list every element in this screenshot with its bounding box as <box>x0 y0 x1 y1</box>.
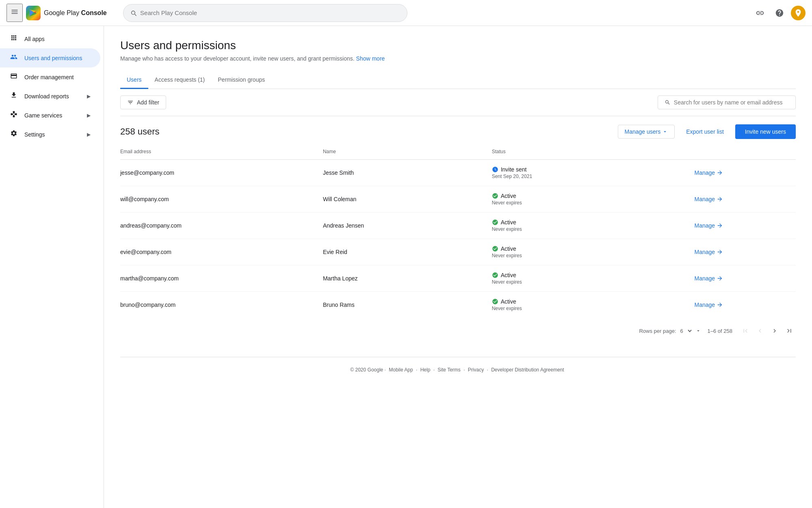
footer-link-site-terms[interactable]: Site Terms <box>437 367 460 373</box>
table-row: bruno@company.com Bruno Rams Active Neve… <box>120 292 796 318</box>
manage-link-2[interactable]: Manage <box>695 222 789 229</box>
tab-access-requests[interactable]: Access requests (1) <box>148 72 212 89</box>
cell-action: Manage <box>695 265 796 292</box>
game-services-expand-icon: ▶ <box>87 113 91 118</box>
table-row: evie@company.com Evie Reid Active Never … <box>120 239 796 265</box>
footer-link-privacy[interactable]: Privacy <box>468 367 484 373</box>
sidebar-label-download-reports: Download reports <box>24 93 69 100</box>
sidebar-item-game-services[interactable]: Game services ▶ <box>0 106 100 125</box>
prev-page-button[interactable] <box>754 324 767 337</box>
manage-arrow-icon <box>717 275 723 282</box>
cell-name: Martha Lopez <box>323 265 492 292</box>
cell-action: Manage <box>695 239 796 265</box>
user-search-icon <box>665 99 671 106</box>
cell-email: evie@company.com <box>120 239 323 265</box>
col-header-action <box>695 144 796 160</box>
manage-link-3[interactable]: Manage <box>695 249 789 255</box>
cell-status: Active Never expires <box>492 213 695 239</box>
user-search-box[interactable] <box>658 96 796 109</box>
user-actions: Manage users Export user list Invite new… <box>618 124 796 139</box>
manage-arrow-icon <box>717 249 723 255</box>
user-search-input[interactable] <box>674 99 789 106</box>
table-body: jesse@company.com Jesse Smith Invite sen… <box>120 160 796 318</box>
logo: Google Play Console <box>26 6 107 20</box>
page-navigation <box>739 324 796 337</box>
all-apps-icon <box>10 34 18 43</box>
layout: All apps Users and permissions Order man… <box>0 26 812 508</box>
manage-link-1[interactable]: Manage <box>695 196 789 202</box>
export-user-list-button[interactable]: Export user list <box>680 125 730 138</box>
cell-status: Active Never expires <box>492 265 695 292</box>
page-subtitle: Manage who has access to your developer … <box>120 55 796 62</box>
cell-name: Bruno Rams <box>323 292 492 318</box>
rows-per-page-select[interactable]: 6 10 25 50 <box>679 328 693 334</box>
rows-dropdown-icon <box>695 328 701 334</box>
user-table: Email address Name Status jesse@company.… <box>120 144 796 318</box>
cell-name: Andreas Jensen <box>323 213 492 239</box>
show-more-link[interactable]: Show more <box>356 55 385 62</box>
sidebar-item-settings[interactable]: Settings ▶ <box>0 125 100 144</box>
table-row: jesse@company.com Jesse Smith Invite sen… <box>120 160 796 186</box>
footer-link-mobile-app[interactable]: Mobile App <box>389 367 413 373</box>
cell-name: Will Coleman <box>323 186 492 213</box>
game-services-icon <box>10 111 18 120</box>
sidebar-item-order-management[interactable]: Order management <box>0 67 100 87</box>
search-icon <box>130 9 137 17</box>
cell-status: Active Never expires <box>492 239 695 265</box>
manage-link-0[interactable]: Manage <box>695 169 789 176</box>
search-input[interactable] <box>140 9 401 16</box>
manage-arrow-icon <box>717 302 723 308</box>
footer-link-dda[interactable]: Developer Distribution Agreement <box>491 367 564 373</box>
search-bar[interactable] <box>123 4 407 22</box>
page-title: Users and permissions <box>120 39 796 52</box>
cell-action: Manage <box>695 213 796 239</box>
cell-status: Active Never expires <box>492 292 695 318</box>
page-info: 1–6 of 258 <box>708 328 732 334</box>
download-reports-expand-icon: ▶ <box>87 93 91 99</box>
sidebar-item-all-apps[interactable]: All apps <box>0 29 100 48</box>
cell-email: martha@company.com <box>120 265 323 292</box>
sidebar-label-settings: Settings <box>24 131 45 138</box>
cell-name: Evie Reid <box>323 239 492 265</box>
manage-link-5[interactable]: Manage <box>695 302 789 308</box>
col-header-status: Status <box>492 144 695 160</box>
sidebar-item-users-permissions[interactable]: Users and permissions <box>0 48 100 67</box>
menu-icon[interactable] <box>6 4 23 22</box>
tab-permission-groups[interactable]: Permission groups <box>211 72 271 89</box>
next-page-button[interactable] <box>768 324 781 337</box>
user-count: 258 users <box>120 126 160 137</box>
invite-new-users-button[interactable]: Invite new users <box>735 124 796 139</box>
cell-email: andreas@company.com <box>120 213 323 239</box>
order-management-icon <box>10 72 18 82</box>
col-header-name: Name <box>323 144 492 160</box>
manage-link-4[interactable]: Manage <box>695 275 789 282</box>
sidebar: All apps Users and permissions Order man… <box>0 26 104 508</box>
toolbar: Add filter <box>120 89 796 116</box>
footer-link-help[interactable]: Help <box>420 367 431 373</box>
first-page-button[interactable] <box>739 324 752 337</box>
logo-icon <box>26 6 41 20</box>
link-icon-button[interactable] <box>752 5 768 21</box>
cell-status: Invite sent Sent Sep 20, 2021 <box>492 160 695 186</box>
cell-action: Manage <box>695 160 796 186</box>
manage-users-button[interactable]: Manage users <box>618 125 675 139</box>
table-row: martha@company.com Martha Lopez Active N… <box>120 265 796 292</box>
sidebar-label-users-permissions: Users and permissions <box>24 55 82 61</box>
table-header: Email address Name Status <box>120 144 796 160</box>
manage-arrow-icon <box>717 169 723 176</box>
manage-users-dropdown-icon <box>662 129 668 135</box>
users-icon <box>10 53 18 63</box>
filter-icon <box>127 99 134 106</box>
tab-users[interactable]: Users <box>120 72 148 89</box>
sidebar-item-download-reports[interactable]: Download reports ▶ <box>0 87 100 106</box>
main-content: Users and permissions Manage who has acc… <box>104 26 812 508</box>
avatar[interactable] <box>791 6 806 20</box>
sidebar-label-all-apps: All apps <box>24 36 45 42</box>
cell-status: Active Never expires <box>492 186 695 213</box>
cell-action: Manage <box>695 292 796 318</box>
add-filter-button[interactable]: Add filter <box>120 96 166 109</box>
cell-action: Manage <box>695 186 796 213</box>
help-icon-button[interactable] <box>771 5 788 21</box>
topbar: Google Play Console <box>0 0 812 26</box>
last-page-button[interactable] <box>783 324 796 337</box>
